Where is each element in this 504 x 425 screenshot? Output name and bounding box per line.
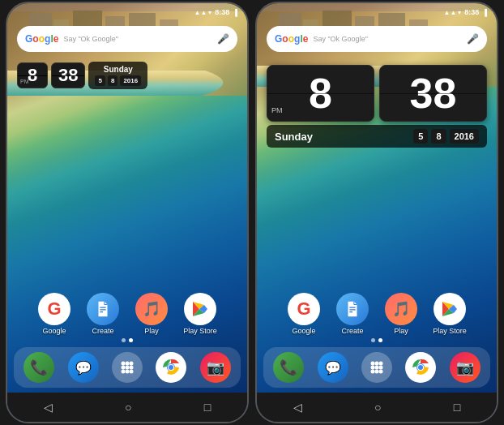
svg-point-4: [125, 362, 129, 366]
date-nums-left: 5 8 2016: [95, 75, 141, 86]
app-label-play-right: Play: [394, 327, 408, 335]
dock-apps-right[interactable]: [361, 352, 393, 383]
svg-point-3: [121, 362, 125, 366]
dot-1-left: [122, 338, 126, 342]
bottom-dock-left: 📞 💬: [14, 347, 241, 388]
date-boxes-right: 5 8 2016: [413, 129, 479, 144]
phone-left-content: ▲▲ ▾ 8:38 ▐ Google Say "Ok Google" 🎤 PM …: [7, 3, 247, 422]
pm-label-right: PM: [271, 106, 283, 114]
signal-icon-left: ▲▲: [194, 9, 207, 16]
app-label-playstore-left: Play Store: [183, 327, 217, 335]
clock-widget-left: PM 8 38 Sunday 5 8 2016: [17, 62, 237, 89]
back-button-left[interactable]: ◁: [44, 401, 53, 414]
mic-icon-left[interactable]: 🎤: [217, 33, 229, 45]
time-right: 8:38: [464, 8, 479, 16]
app-label-create-right: Create: [341, 327, 363, 335]
bottom-dock-right: 📞 💬: [263, 347, 490, 388]
search-bar-left[interactable]: Google Say "Ok Google" 🎤: [17, 26, 237, 52]
status-bar-right: ▲▲ ▾ 8:38 ▐: [257, 3, 497, 19]
app-label-playstore-right: Play Store: [433, 327, 467, 335]
svg-point-25: [374, 370, 378, 374]
app-icon-playstore-left[interactable]: Play Store: [179, 293, 221, 335]
dock-camera-left[interactable]: 📷: [199, 352, 232, 383]
svg-point-20: [378, 362, 382, 366]
svg-point-18: [370, 362, 374, 366]
app-row-left: G Google Create 🎵 Play: [7, 293, 247, 335]
dock-apps-left[interactable]: [111, 352, 143, 383]
google-logo-right: Google: [275, 33, 308, 45]
nav-bar-left: ◁ ○ □: [7, 393, 247, 422]
date-row-right: Sunday 5 8 2016: [267, 125, 487, 148]
app-icon-playstore-right[interactable]: Play Store: [429, 293, 471, 335]
svg-point-11: [129, 370, 133, 374]
svg-point-24: [370, 370, 374, 374]
month-box-right: 5: [413, 129, 428, 144]
clock-widget-right: PM 8 38 Sunday 5 8 2016: [267, 65, 487, 148]
app-icon-play-left[interactable]: 🎵 Play: [130, 293, 173, 335]
dock-phone-right[interactable]: 📞: [272, 352, 305, 383]
dock-camera-right[interactable]: 📷: [449, 352, 481, 383]
dock-messages-right[interactable]: 💬: [317, 352, 349, 383]
app-icon-play-right[interactable]: 🎵 Play: [380, 293, 422, 335]
app-label-play-left: Play: [144, 327, 159, 335]
recents-button-right[interactable]: □: [454, 401, 460, 414]
home-button-left[interactable]: ○: [125, 401, 131, 414]
svg-point-22: [374, 366, 378, 370]
time-left: 8:38: [215, 8, 229, 16]
home-button-right[interactable]: ○: [374, 401, 381, 414]
date-box-left: 8: [108, 75, 117, 86]
minute-card-left: 38: [51, 62, 85, 88]
wifi-icon-left: ▾: [208, 9, 211, 16]
back-button-right[interactable]: ◁: [293, 401, 302, 414]
app-icon-google-left[interactable]: G Google: [33, 293, 75, 335]
svg-point-8: [129, 366, 133, 370]
dot-1-right: [371, 338, 375, 342]
nav-bar-right: ◁ ○ □: [257, 393, 497, 422]
app-label-create-left: Create: [92, 327, 113, 335]
minute-card-right: 38: [379, 65, 487, 122]
minute-number-left: 38: [58, 67, 78, 84]
clock-numbers-right: PM 8 38: [267, 65, 487, 122]
month-box-left: 5: [95, 75, 105, 86]
wifi-icon-right: ▾: [458, 9, 461, 16]
svg-point-5: [129, 362, 133, 366]
app-icon-create-right[interactable]: Create: [331, 293, 374, 335]
date-panel-left: Sunday 5 8 2016: [88, 62, 147, 89]
dock-phone-left[interactable]: 📞: [23, 352, 55, 383]
search-placeholder-right: Say "Ok Google": [313, 35, 462, 43]
recents-button-left[interactable]: □: [204, 401, 211, 414]
page-dots-right: [257, 338, 497, 342]
svg-point-10: [125, 370, 129, 374]
phone-left: ▲▲ ▾ 8:38 ▐ Google Say "Ok Google" 🎤 PM …: [6, 2, 249, 423]
svg-point-7: [125, 366, 129, 370]
svg-point-6: [121, 366, 125, 370]
app-icon-google-right[interactable]: G Google: [283, 293, 325, 335]
svg-point-21: [370, 366, 374, 370]
year-box-right: 2016: [450, 129, 479, 144]
dock-chrome-right[interactable]: [404, 352, 437, 383]
mic-icon-right[interactable]: 🎤: [467, 33, 479, 45]
app-label-google-right: Google: [292, 327, 315, 335]
search-placeholder-left: Say "Ok Google": [63, 35, 212, 43]
hour-number-right: 8: [277, 72, 364, 114]
date-box-right: 8: [431, 129, 446, 144]
app-icon-create-left[interactable]: Create: [82, 293, 124, 335]
battery-icon-left: ▐: [233, 9, 237, 16]
svg-point-9: [121, 370, 125, 374]
dot-2-left: [129, 338, 133, 342]
day-label-right: Sunday: [275, 131, 313, 143]
svg-point-19: [374, 362, 378, 366]
dock-messages-left[interactable]: 💬: [67, 352, 100, 383]
dot-2-right: [378, 338, 382, 342]
app-label-google-left: Google: [42, 327, 66, 335]
svg-point-23: [378, 366, 382, 370]
app-row-right: G Google Create 🎵 Play: [257, 293, 497, 335]
year-box-left: 2016: [120, 75, 141, 86]
search-bar-right[interactable]: Google Say "Ok Google" 🎤: [267, 26, 487, 52]
dock-chrome-left[interactable]: [155, 352, 187, 383]
hour-card-right: PM 8: [267, 65, 374, 122]
hour-card-left: PM 8: [17, 62, 48, 88]
pm-label-left: PM: [20, 79, 29, 84]
status-bar-left: ▲▲ ▾ 8:38 ▐: [7, 3, 247, 19]
minute-number-right: 38: [390, 72, 476, 114]
